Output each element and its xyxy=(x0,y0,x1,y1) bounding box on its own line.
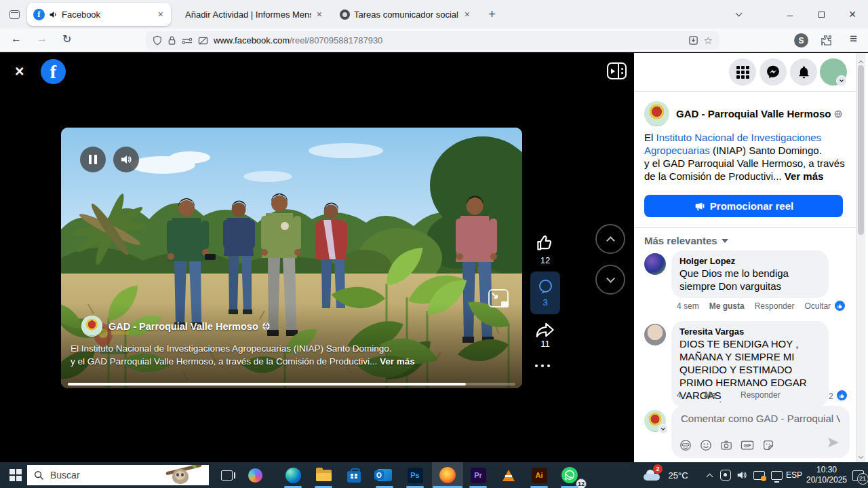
taskbar-outlook[interactable] xyxy=(371,462,398,488)
volume-button[interactable] xyxy=(113,147,139,172)
url-text[interactable]: www.facebook.com/reel/807095881787930 xyxy=(214,35,683,45)
comment-reply-action[interactable]: Responder xyxy=(741,390,781,400)
video-page-name[interactable]: GAD - Parroquial Valle Hermoso xyxy=(108,321,258,332)
shield-icon[interactable] xyxy=(153,35,162,45)
tray-clock[interactable]: 10:30 20/10/2025 xyxy=(804,465,849,485)
comment-time[interactable]: 4 sem xyxy=(677,390,694,402)
see-more-link[interactable]: Ver más xyxy=(785,170,824,182)
collapse-sidebar-icon[interactable] xyxy=(607,62,627,79)
comment-time[interactable]: 4 sem xyxy=(677,301,699,311)
emoji-icon[interactable] xyxy=(700,439,712,451)
tab-close-icon[interactable]: × xyxy=(157,10,165,19)
share-button[interactable] xyxy=(530,320,560,340)
tab-tareas[interactable]: Tareas comunicador social GAD × xyxy=(334,3,477,26)
tray-volume-icon[interactable] xyxy=(734,462,750,488)
messenger-button[interactable] xyxy=(760,58,787,86)
bookmark-star-icon[interactable]: ☆ xyxy=(704,35,713,47)
page-avatar[interactable] xyxy=(644,101,669,126)
taskbar-premiere[interactable]: Pr xyxy=(465,462,492,488)
taskbar-search[interactable]: Buscar xyxy=(27,465,209,485)
extension-s-icon[interactable]: S xyxy=(794,33,808,48)
start-button[interactable] xyxy=(5,462,26,488)
close-window-button[interactable]: × xyxy=(837,0,868,29)
caption-link[interactable]: Instituto Nacional de Investigaciones Ag… xyxy=(81,343,291,354)
gif-icon[interactable]: GIF xyxy=(741,439,754,451)
restore-button[interactable] xyxy=(806,0,837,29)
comment-reaction-icon[interactable] xyxy=(835,389,848,402)
more-options-icon[interactable] xyxy=(535,364,555,367)
scroll-down-icon[interactable] xyxy=(859,454,863,459)
avatar-sticker-icon[interactable] xyxy=(679,439,692,451)
see-more-link[interactable]: Ver más xyxy=(380,356,415,367)
comment-button[interactable]: 3 xyxy=(530,271,560,314)
lock-icon[interactable] xyxy=(167,35,176,45)
page-avatar[interactable] xyxy=(81,316,102,337)
tray-expand-chevron-icon[interactable] xyxy=(701,462,717,488)
promote-reel-button[interactable]: Promocionar reel xyxy=(644,195,843,217)
reel-video[interactable]: GAD - Parroquial Valle Hermoso El Instit… xyxy=(61,128,522,388)
previous-reel-button[interactable] xyxy=(595,224,625,254)
close-reel-icon[interactable]: × xyxy=(15,62,24,81)
tab-informes[interactable]: Añadir Actividad | Informes Mensua × xyxy=(175,3,330,26)
minimize-button[interactable]: – xyxy=(774,0,806,29)
task-view-button[interactable] xyxy=(216,462,237,488)
taskbar-firefox[interactable] xyxy=(434,462,461,488)
scroll-up-icon[interactable] xyxy=(859,60,863,65)
composer-avatar[interactable] xyxy=(644,410,666,432)
next-reel-button[interactable] xyxy=(595,265,625,295)
taskbar-photoshop[interactable]: Ps xyxy=(401,462,429,488)
like-button[interactable] xyxy=(530,233,560,253)
tray-network-icon[interactable] xyxy=(768,462,785,488)
comment-composer[interactable]: Comentar como GAD - Parroquial Vall... xyxy=(671,406,850,458)
reload-icon[interactable]: ↻ xyxy=(62,33,71,45)
tab-facebook[interactable]: f Facebook × xyxy=(27,3,171,26)
commenter-avatar[interactable] xyxy=(644,324,666,345)
tray-teams-icon[interactable] xyxy=(717,462,734,488)
tab-close-icon[interactable]: × xyxy=(463,10,471,19)
video-progress-bar[interactable] xyxy=(68,383,515,386)
firefox-view-icon[interactable] xyxy=(5,5,23,23)
pause-button[interactable] xyxy=(80,147,106,172)
language-indicator[interactable]: ESP xyxy=(784,462,804,488)
profile-chevron-icon[interactable] xyxy=(836,75,847,86)
taskbar-edge[interactable] xyxy=(279,462,307,488)
back-icon[interactable]: ← xyxy=(11,33,22,45)
comment-like-action[interactable]: Me gusta xyxy=(709,301,745,311)
forward-icon[interactable]: → xyxy=(37,33,47,45)
page-header-row[interactable]: GAD - Parroquial Valle Hermoso xyxy=(644,101,842,126)
sidebar-scrollbar[interactable] xyxy=(856,53,865,462)
extensions-puzzle-icon[interactable] xyxy=(820,34,833,47)
tab-audio-icon[interactable] xyxy=(49,10,58,19)
tray-cast-icon[interactable] xyxy=(750,462,768,488)
composer-placeholder[interactable]: Comentar como GAD - Parroquial Vall... xyxy=(681,413,840,424)
camera-icon[interactable] xyxy=(720,439,732,451)
sticker-icon[interactable] xyxy=(762,439,774,451)
taskbar-illustrator[interactable]: Ai xyxy=(526,462,553,488)
picture-in-picture-icon[interactable] xyxy=(488,289,509,307)
comment-reply-action[interactable]: Responder xyxy=(755,301,795,311)
send-comment-button[interactable] xyxy=(827,436,840,451)
list-all-tabs-icon[interactable] xyxy=(723,0,754,29)
comment-reaction-icon[interactable] xyxy=(833,299,846,312)
notification-center-button[interactable]: 21 xyxy=(849,462,867,488)
autoplay-blocked-icon[interactable] xyxy=(198,36,208,45)
taskbar-store[interactable] xyxy=(340,462,368,488)
taskbar-file-explorer[interactable] xyxy=(310,462,337,488)
commenter-avatar[interactable] xyxy=(644,253,666,275)
temperature-label[interactable]: 25°C xyxy=(665,462,692,488)
comment-sort-dropdown[interactable]: Más relevantes xyxy=(644,235,728,246)
notifications-button[interactable] xyxy=(790,58,817,86)
url-bar[interactable]: www.facebook.com/reel/807095881787930 ☆ xyxy=(146,31,719,50)
page-name[interactable]: GAD - Parroquial Valle Hermoso xyxy=(676,108,831,119)
permissions-icon[interactable] xyxy=(182,37,193,45)
copilot-button[interactable] xyxy=(243,462,267,488)
comment-hide-action[interactable]: Ocultar xyxy=(804,301,831,311)
comment-bubble[interactable]: Holger Lopez Que Dios me lo bendiga siem… xyxy=(671,250,829,298)
comment-like-action[interactable]: Me gusta xyxy=(705,390,730,402)
comment-author[interactable]: Teresita Vargas xyxy=(679,326,821,337)
facebook-logo-icon[interactable]: f xyxy=(41,59,66,84)
comment-author[interactable]: Holger Lopez xyxy=(679,256,821,267)
taskbar-whatsapp[interactable]: 12 xyxy=(556,462,583,488)
composer-avatar-chevron-icon[interactable] xyxy=(658,424,668,434)
taskbar-vlc[interactable] xyxy=(495,462,522,488)
